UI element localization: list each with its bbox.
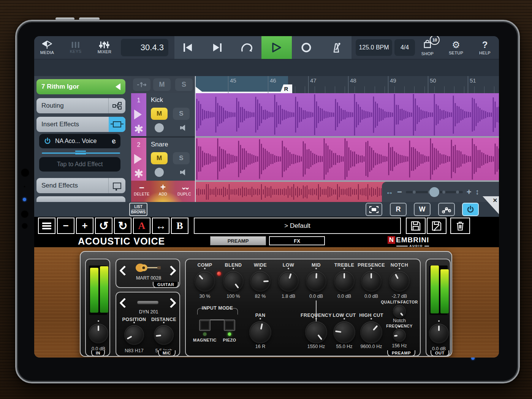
shop-button[interactable]: 10 SHOP — [421, 36, 434, 59]
effect-slot[interactable]: NA Aco... Voice e — [39, 134, 120, 148]
solo-button[interactable]: S — [173, 108, 190, 120]
blend-knob[interactable] — [223, 271, 244, 292]
zoom-slider-handle[interactable] — [429, 187, 439, 197]
routing-button[interactable]: Routing — [36, 98, 125, 113]
automation-read-button[interactable]: R — [390, 203, 407, 216]
guitar-icon — [135, 262, 161, 273]
delete-preset-button[interactable] — [450, 218, 470, 234]
guitar-next-button[interactable] — [168, 267, 175, 276]
tab-preamp[interactable]: PREAMP — [210, 236, 266, 245]
fit-view-button[interactable] — [366, 203, 382, 216]
duplicate-track-button[interactable]: ⌄⌄ DUPLC — [174, 182, 195, 196]
mid-knob[interactable] — [306, 271, 326, 292]
mic-module-tab: MIC — [158, 350, 176, 356]
presence-knob[interactable] — [361, 271, 382, 292]
camera-led — [23, 198, 26, 201]
monitor-button[interactable] — [173, 166, 190, 178]
add-track-button[interactable]: + ADD — [152, 182, 174, 196]
wide-knob[interactable] — [250, 271, 271, 292]
guitar-prev-button[interactable] — [121, 267, 128, 276]
treble-knob[interactable] — [334, 271, 355, 292]
record-arm-button[interactable] — [151, 166, 168, 178]
media-button[interactable]: MEDIA — [40, 36, 54, 59]
track-select-button[interactable]: 7 Rithm Igor — [36, 79, 125, 94]
delete-track-button[interactable]: – DELETE — [131, 182, 152, 196]
add-effect-button[interactable]: Tap to Add Effect — [39, 157, 120, 172]
output-gain-knob[interactable] — [429, 324, 449, 343]
automation-write-button[interactable]: W — [414, 203, 431, 216]
high-cut-knob[interactable] — [360, 321, 382, 343]
bpm-display[interactable]: 125.0 BPM — [356, 39, 392, 56]
solo-button[interactable]: S — [173, 152, 190, 164]
mute-button[interactable]: M — [151, 108, 168, 120]
play-button[interactable] — [261, 36, 292, 59]
snare-audio-clip[interactable] — [196, 138, 499, 180]
zoom-slider[interactable] — [406, 191, 463, 193]
edit-icon: e — [111, 137, 117, 146]
shop-badge: 10 — [430, 36, 440, 45]
notch-quality-knob[interactable] — [393, 305, 406, 318]
tab-fx[interactable]: FX — [269, 236, 325, 245]
list-browser-toggle[interactable]: LIST BROWS — [129, 203, 147, 216]
input-gain-knob[interactable] — [89, 324, 108, 343]
record-button[interactable] — [301, 36, 312, 59]
preset-display[interactable]: > Default — [194, 218, 401, 234]
track-play-button[interactable] — [131, 152, 146, 166]
send-effects-button[interactable]: Send Effects — [36, 178, 125, 193]
insert-effects-button[interactable]: Insert Effects — [36, 117, 125, 132]
plugin-background: 0.0 dB IN MART 0028 GUITAR — [34, 247, 499, 358]
auto-scroll-button[interactable] — [133, 78, 150, 91]
zoom-in-button[interactable]: + — [467, 187, 472, 197]
low-knob[interactable] — [278, 271, 299, 292]
keys-button[interactable]: KEYS — [70, 36, 82, 59]
ab-swap-button[interactable]: ↔ — [152, 218, 169, 234]
compare-b-button[interactable]: B — [171, 218, 188, 234]
compare-a-button[interactable]: A — [133, 218, 150, 234]
mic-position-knob[interactable] — [124, 325, 144, 345]
setup-button[interactable]: ⚙ SETUP — [449, 36, 463, 59]
plugin-menu-button[interactable] — [38, 218, 55, 234]
mic-prev-button[interactable] — [121, 299, 128, 308]
mute-button[interactable]: M — [151, 152, 168, 164]
record-arm-button[interactable] — [151, 122, 168, 134]
rewind-button[interactable] — [182, 36, 193, 59]
mixer-button[interactable]: MIXER — [98, 36, 111, 59]
plugin-redo-button[interactable]: ↻ — [114, 218, 131, 234]
master-solo-button[interactable]: S — [175, 78, 193, 91]
time-display[interactable]: 30.4.3 — [121, 39, 168, 56]
forward-button[interactable] — [212, 36, 223, 59]
effect-power-button[interactable] — [462, 203, 479, 216]
pan-knob[interactable] — [249, 321, 271, 343]
mix-slider-handle[interactable] — [75, 151, 86, 152]
kick-audio-clip[interactable] — [196, 93, 499, 136]
master-mute-button[interactable]: M — [153, 78, 171, 91]
metronome-button[interactable] — [330, 36, 342, 59]
automation-curve-button[interactable] — [438, 203, 455, 216]
save-as-preset-button[interactable] — [427, 218, 446, 234]
plugin-undo-button[interactable]: ↺ — [95, 218, 112, 234]
save-preset-button[interactable] — [406, 218, 426, 234]
mic-next-button[interactable] — [168, 299, 175, 308]
mid-frequency-knob[interactable] — [305, 321, 327, 343]
track-freeze-button[interactable]: ✱ — [131, 166, 146, 181]
help-button[interactable]: ? HELP — [479, 36, 491, 59]
timeline-ruler[interactable]: R 45 46 47 48 49 50 51 — [196, 76, 499, 93]
magnetic-input-button[interactable] — [199, 320, 211, 331]
track-play-button[interactable] — [131, 107, 146, 122]
preset-next-button[interactable]: + — [76, 218, 93, 234]
time-signature-display[interactable]: 4/4 — [394, 39, 415, 56]
comp-knob[interactable] — [195, 271, 215, 292]
piezo-input-button[interactable] — [224, 320, 235, 331]
notch-frequency-knob[interactable] — [393, 329, 406, 342]
low-cut-knob[interactable] — [333, 321, 355, 343]
close-icon: ✕ — [492, 197, 497, 204]
preset-prev-button[interactable]: − — [57, 218, 74, 234]
next-section-button[interactable] — [36, 196, 125, 202]
track-freeze-button[interactable]: ✱ — [131, 122, 146, 136]
monitor-button[interactable] — [173, 122, 190, 134]
vertical-zoom-icon[interactable]: ↕ — [475, 188, 479, 196]
notch-knob[interactable] — [389, 271, 410, 292]
loop-button[interactable] — [241, 36, 253, 59]
mic-distance-knob[interactable] — [154, 325, 174, 345]
zoom-out-button[interactable]: − — [397, 187, 402, 197]
